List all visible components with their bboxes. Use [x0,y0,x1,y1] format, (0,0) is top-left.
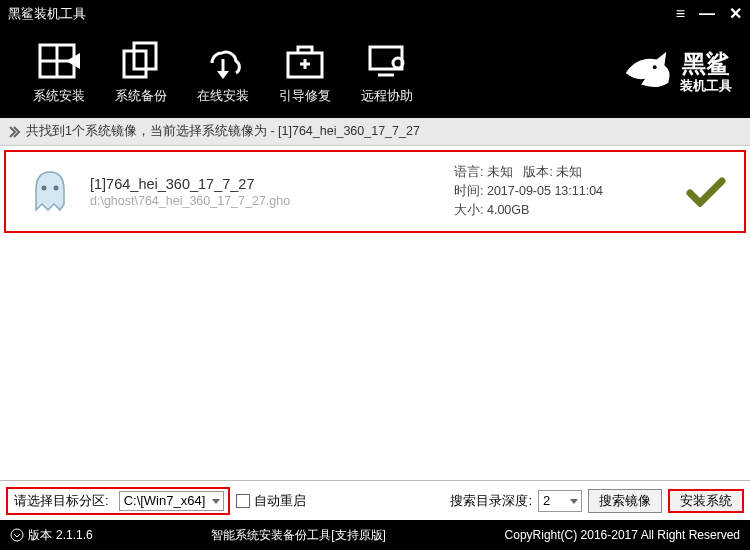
menu-icon[interactable]: ≡ [676,6,685,22]
system-image-item[interactable]: [1]764_hei_360_17_7_27 d:\ghost\764_hei_… [4,150,746,233]
titlebar-title: 黑鲨装机工具 [8,5,676,23]
ghost-icon [24,166,76,218]
depth-label: 搜索目录深度: [450,492,532,510]
infobar-text: 共找到1个系统镜像，当前选择系统镜像为 - [1]764_hei_360_17_… [26,123,420,140]
svg-marker-7 [217,71,229,79]
titlebar: 黑鲨装机工具 ≡ — ✕ [0,0,750,28]
chevron-down-circle-icon [10,528,24,542]
minimize-icon[interactable]: — [699,6,715,22]
windows-install-icon [38,41,80,81]
brand-name: 黑鲨 [680,51,732,77]
install-button[interactable]: 安装系统 [668,489,744,513]
partition-group: 请选择目标分区: C:\[Win7_x64] [6,487,230,515]
svg-point-15 [42,185,47,190]
chevron-right-icon [8,125,22,139]
svg-point-14 [653,65,657,69]
svg-point-16 [54,185,59,190]
auto-reboot-checkbox[interactable]: 自动重启 [236,492,306,510]
toolbar: 系统安装 系统备份 在线安装 引导修复 远程协助 黑鲨 装机工具 [0,28,750,118]
svg-point-17 [11,529,23,541]
toolbar-label: 引导修复 [279,87,331,105]
toolbar-label: 远程协助 [361,87,413,105]
statusbar: 版本 2.1.1.6 智能系统安装备份工具[支持原版] CopyRight(C)… [0,520,750,550]
remote-assist-icon [366,41,408,81]
image-list: [1]764_hei_360_17_7_27 d:\ghost\764_hei_… [0,146,750,480]
status-center: 智能系统安装备份工具[支持原版] [99,527,499,544]
toolbar-label: 系统备份 [115,87,167,105]
toolbar-label: 在线安装 [197,87,249,105]
window-controls: ≡ — ✕ [676,6,742,22]
briefcase-icon [284,41,326,81]
toolbar-backup[interactable]: 系统备份 [100,41,182,105]
toolbar-remote[interactable]: 远程协助 [346,41,428,105]
checkbox-icon [236,494,250,508]
shark-logo-icon [618,44,676,102]
svg-point-13 [393,58,403,68]
toolbar-online[interactable]: 在线安装 [182,41,264,105]
image-name: [1]764_hei_360_17_7_27 [90,176,440,192]
cloud-download-icon [202,41,244,81]
toolbar-install[interactable]: 系统安装 [18,41,100,105]
toolbar-bootrepair[interactable]: 引导修复 [264,41,346,105]
toolbar-label: 系统安装 [33,87,85,105]
auto-reboot-label: 自动重启 [254,492,306,510]
status-right: CopyRight(C) 2016-2017 All Right Reserve… [505,528,740,542]
infobar: 共找到1个系统镜像，当前选择系统镜像为 - [1]764_hei_360_17_… [0,118,750,146]
backup-icon [120,41,162,81]
partition-label: 请选择目标分区: [8,492,115,510]
partition-select[interactable]: C:\[Win7_x64] [119,491,225,511]
depth-select[interactable]: 2 [538,490,582,512]
version-label: 版本 [28,527,52,544]
check-icon [686,177,726,207]
close-icon[interactable]: ✕ [729,6,742,22]
version-value: 2.1.1.6 [56,528,93,542]
bottombar: 请选择目标分区: C:\[Win7_x64] 自动重启 搜索目录深度: 2 搜索… [0,480,750,520]
search-button[interactable]: 搜索镜像 [588,489,662,513]
brand-sub: 装机工具 [680,77,732,95]
image-path: d:\ghost\764_hei_360_17_7_27.gho [90,194,440,208]
brand: 黑鲨 装机工具 [618,44,732,102]
